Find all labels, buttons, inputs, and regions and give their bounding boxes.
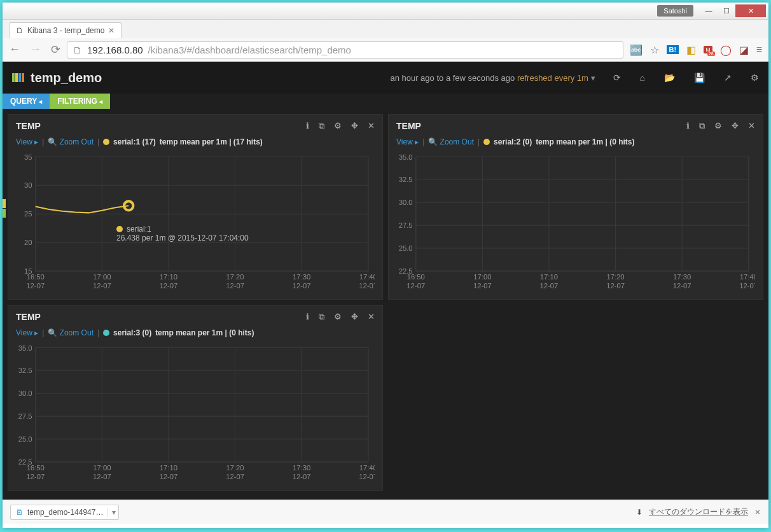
file-icon: 🗎: [16, 508, 24, 517]
zoom-out-link[interactable]: 🔍 Zoom Out: [48, 328, 94, 337]
browser-tabs: 🗋 Kibana 3 - temp_demo ✕: [3, 20, 768, 38]
svg-text:32.5: 32.5: [18, 367, 32, 374]
panel-temp-serial2: TEMP ℹ ⧉ ⚙ ✥ ✕ View ▸ | 🔍 Zoom Out: [388, 114, 763, 300]
side-marker-yellow: [3, 199, 6, 208]
show-all-downloads-link[interactable]: すべてのダウンロードを表示: [649, 507, 748, 517]
legend-metric: temp mean per 1m | (0 hits): [155, 328, 254, 337]
svg-text:12-07: 12-07: [226, 282, 244, 290]
forward-button[interactable]: →: [30, 43, 41, 57]
svg-text:27.5: 27.5: [18, 412, 32, 420]
download-bar: 🗎 temp_demo-144947… ▾ ⬇ すべてのダウンロードを表示 ✕: [3, 500, 768, 524]
svg-text:27.5: 27.5: [399, 221, 413, 229]
tab-close-icon[interactable]: ✕: [108, 26, 115, 35]
share-icon[interactable]: ↗: [724, 73, 732, 83]
maximize-button[interactable]: ☐: [718, 4, 735, 17]
close-icon[interactable]: ✕: [748, 121, 755, 131]
dropdown-icon[interactable]: ▾: [108, 508, 116, 517]
time-range[interactable]: an hour ago to a few seconds ago refresh…: [390, 73, 595, 83]
close-icon[interactable]: ✕: [368, 121, 375, 131]
url-host: 192.168.0.80: [87, 45, 143, 55]
menu-icon[interactable]: ≡: [756, 44, 762, 55]
gear-icon[interactable]: ⚙: [714, 121, 722, 131]
gear-icon[interactable]: ⚙: [334, 312, 342, 322]
query-tab[interactable]: QUERY ◂: [3, 94, 50, 109]
time-range-text: an hour ago to a few seconds ago: [390, 73, 517, 83]
extension-icon[interactable]: ◧: [686, 44, 696, 56]
svg-text:30: 30: [24, 181, 32, 189]
gmail-icon[interactable]: M28: [704, 46, 712, 53]
kibana-header: temp_demo an hour ago to a few seconds a…: [3, 62, 768, 94]
view-link[interactable]: View ▸: [396, 137, 419, 146]
info-icon[interactable]: ℹ: [686, 121, 690, 131]
url-bar[interactable]: 🗋 192.168.0.80/kibana3/#/dashboard/elast…: [67, 41, 623, 59]
svg-text:17:40: 17:40: [359, 273, 375, 281]
translate-icon[interactable]: 🔤: [630, 44, 642, 56]
svg-text:17:10: 17:10: [160, 273, 177, 281]
down-arrow-icon: ⬇: [636, 508, 642, 517]
minimize-button[interactable]: —: [700, 4, 718, 17]
close-button[interactable]: ✕: [735, 4, 766, 17]
svg-text:25.0: 25.0: [399, 244, 413, 252]
home-icon[interactable]: ⌂: [640, 73, 645, 83]
close-downloadbar-icon[interactable]: ✕: [754, 508, 761, 517]
svg-text:12-07: 12-07: [93, 473, 111, 480]
opera-icon[interactable]: ◯: [720, 44, 732, 56]
settings-gear-icon[interactable]: ⚙: [751, 73, 759, 83]
download-item[interactable]: 🗎 temp_demo-144947… ▾: [10, 505, 119, 520]
info-icon[interactable]: ℹ: [306, 312, 309, 322]
svg-text:17:40: 17:40: [359, 464, 375, 472]
info-icon[interactable]: ℹ: [306, 121, 309, 131]
svg-text:12-07: 12-07: [226, 473, 244, 480]
svg-text:17:00: 17:00: [93, 464, 111, 472]
svg-text:17:00: 17:00: [93, 273, 111, 281]
reload-button[interactable]: ⟳: [51, 43, 60, 57]
svg-text:17:30: 17:30: [293, 464, 310, 472]
view-link[interactable]: View ▸: [16, 328, 38, 337]
zoom-out-link[interactable]: 🔍 Zoom Out: [428, 137, 474, 146]
folder-open-icon[interactable]: 📂: [664, 73, 675, 83]
svg-text:12-07: 12-07: [673, 282, 691, 290]
svg-text:17:20: 17:20: [226, 464, 244, 472]
svg-text:17:10: 17:10: [160, 464, 177, 472]
kibana-toggle-tabs: QUERY ◂ FILTERING ◂: [3, 94, 768, 109]
filtering-tab[interactable]: FILTERING ◂: [50, 94, 110, 109]
chart-serial2[interactable]: 22.525.027.530.032.535.016:5012-0717:001…: [389, 153, 763, 299]
hatena-b-icon[interactable]: B!: [667, 45, 679, 54]
svg-text:17:40: 17:40: [740, 273, 755, 281]
back-button[interactable]: ←: [9, 43, 20, 57]
close-icon[interactable]: ✕: [368, 312, 375, 322]
copy-icon[interactable]: ⧉: [319, 121, 324, 131]
kibana-viewport: temp_demo an hour ago to a few seconds a…: [3, 62, 768, 500]
svg-text:12-07: 12-07: [160, 282, 178, 290]
star-icon[interactable]: ☆: [650, 44, 659, 56]
zoom-out-link[interactable]: 🔍 Zoom Out: [48, 137, 94, 146]
view-link[interactable]: View ▸: [16, 137, 38, 146]
user-badge[interactable]: Satoshi: [657, 5, 693, 17]
nav-buttons: ← → ⟳: [9, 43, 60, 57]
browser-window: Satoshi — ☐ ✕ 🗋 Kibana 3 - temp_demo ✕ ←…: [3, 3, 768, 528]
legend-metric: temp mean per 1m | (0 hits): [536, 137, 634, 146]
svg-text:30.0: 30.0: [18, 389, 32, 397]
svg-text:35: 35: [24, 153, 32, 161]
legend-dot-icon: [103, 139, 109, 145]
page-icon: 🗋: [16, 26, 24, 35]
url-path: /kibana3/#/dashboard/elasticsearch/temp_…: [148, 45, 351, 55]
copy-icon[interactable]: ⧉: [699, 121, 705, 131]
svg-text:17:20: 17:20: [606, 273, 624, 281]
svg-text:30.0: 30.0: [399, 199, 413, 206]
move-icon[interactable]: ✥: [351, 312, 358, 322]
refresh-interval: refreshed every 1m: [517, 73, 588, 83]
chart-serial1[interactable]: 152025303516:5012-0717:0012-0717:1012-07…: [8, 153, 382, 299]
gear-icon[interactable]: ⚙: [334, 121, 342, 131]
move-icon[interactable]: ✥: [732, 121, 739, 131]
svg-text:12-07: 12-07: [359, 473, 375, 480]
browser-tab[interactable]: 🗋 Kibana 3 - temp_demo ✕: [9, 22, 122, 38]
svg-text:35.0: 35.0: [18, 344, 32, 352]
copy-icon[interactable]: ⧉: [319, 312, 324, 322]
move-icon[interactable]: ✥: [351, 121, 358, 131]
svg-text:20: 20: [24, 239, 32, 246]
extension2-icon[interactable]: ◪: [739, 44, 749, 56]
chart-serial3[interactable]: 22.525.027.530.032.535.016:5012-0717:001…: [8, 344, 382, 490]
save-icon[interactable]: 💾: [694, 73, 705, 83]
refresh-icon[interactable]: ⟳: [613, 73, 621, 83]
